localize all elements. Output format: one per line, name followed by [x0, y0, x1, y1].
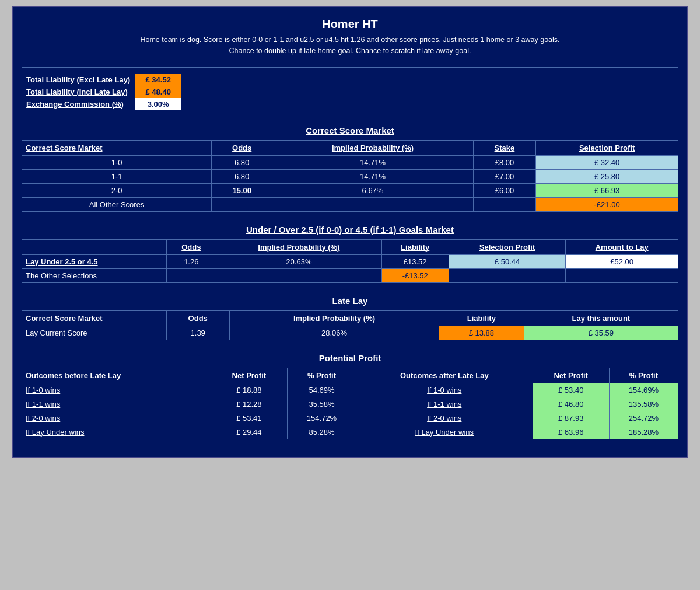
- summary-table: Total Liability (Excl Late Lay) £ 34.52 …: [22, 74, 181, 110]
- goals-market-table: Odds Implied Probability (%) Liability S…: [22, 239, 678, 283]
- pp-after-pct-3: 185.28%: [609, 425, 678, 439]
- main-container: Homer HT Home team is dog. Score is eith…: [12, 6, 688, 458]
- cs-row-0: 1-0 6.80 14.71% £8.00 £ 32.40: [22, 155, 678, 169]
- correct-score-section-title: Correct Score Market: [22, 118, 678, 140]
- ll-header-1: Odds: [166, 310, 229, 326]
- late-lay-table: Correct Score Market Odds Implied Probab…: [22, 310, 678, 340]
- cs-prob-3: [272, 197, 474, 211]
- ll-name-0: Lay Current Score: [22, 326, 167, 340]
- ll-header-4: Lay this amount: [524, 310, 678, 326]
- cs-odds-2: 15.00: [212, 183, 272, 197]
- cs-header-1: Odds: [212, 140, 272, 155]
- pp-header-after-0: Outcomes after Late Lay: [356, 368, 533, 383]
- cs-stake-3: [473, 197, 536, 211]
- gm-header-3: Liability: [382, 239, 449, 254]
- cs-score-0: 1-0: [22, 155, 212, 169]
- ll-prob-0: 28.06%: [229, 326, 439, 340]
- gm-prob-1: [216, 268, 382, 282]
- pp-before-net-3: £ 29.44: [211, 425, 287, 439]
- correct-score-table: Correct Score Market Odds Implied Probab…: [22, 140, 678, 212]
- gm-header-4: Selection Profit: [449, 239, 566, 254]
- cs-header-3: Stake: [473, 140, 536, 155]
- summary-label-2: Exchange Commission (%): [22, 98, 135, 110]
- pp-row-2: If 2-0 wins £ 53.41 154.72% If 2-0 wins …: [22, 411, 678, 425]
- cs-odds-1: 6.80: [212, 169, 272, 183]
- gm-header-0: [22, 239, 167, 254]
- potential-profit-section-title: Potential Profit: [22, 346, 678, 368]
- divider-1: [22, 67, 678, 68]
- page-title: Homer HT: [22, 13, 678, 34]
- pp-before-net-0: £ 18.88: [211, 383, 287, 397]
- cs-odds-3: [212, 197, 272, 211]
- ll-lay-0: £ 35.59: [524, 326, 678, 340]
- pp-before-name-0: If 1-0 wins: [22, 383, 211, 397]
- ll-header-3: Liability: [439, 310, 524, 326]
- ll-header-2: Implied Probability (%): [229, 310, 439, 326]
- gm-row-1: The Other Selections -£13.52: [22, 268, 678, 282]
- gm-lay-1: [566, 268, 678, 282]
- pp-header-before-0: Outcomes before Late Lay: [22, 368, 211, 383]
- cs-score-1: 1-1: [22, 169, 212, 183]
- ll-header-0: Correct Score Market: [22, 310, 167, 326]
- pp-header-after-1: Net Profit: [533, 368, 609, 383]
- ll-row-0: Lay Current Score 1.39 28.06% £ 13.88 £ …: [22, 326, 678, 340]
- gm-header-2: Implied Probability (%): [216, 239, 382, 254]
- cs-header-2: Implied Probability (%): [272, 140, 474, 155]
- pp-before-pct-2: 154.72%: [287, 411, 356, 425]
- pp-header-after-2: % Profit: [609, 368, 678, 383]
- cs-header-0: Correct Score Market: [22, 140, 212, 155]
- summary-value-0: £ 34.52: [135, 74, 181, 86]
- gm-odds-1: [166, 268, 216, 282]
- cs-header-4: Selection Profit: [536, 140, 678, 155]
- pp-before-name-2: If 2-0 wins: [22, 411, 211, 425]
- pp-before-pct-3: 85.28%: [287, 425, 356, 439]
- cs-profit-0: £ 32.40: [536, 155, 678, 169]
- pp-row-0: If 1-0 wins £ 18.88 54.69% If 1-0 wins £…: [22, 383, 678, 397]
- ll-liability-0: £ 13.88: [439, 326, 524, 340]
- pp-after-name-1: If 1-1 wins: [356, 397, 533, 411]
- pp-before-net-1: £ 12.28: [211, 397, 287, 411]
- cs-score-2: 2-0: [22, 183, 212, 197]
- pp-after-pct-0: 154.69%: [609, 383, 678, 397]
- gm-header-1: Odds: [166, 239, 216, 254]
- cs-stake-0: £8.00: [473, 155, 536, 169]
- pp-before-name-3: If Lay Under wins: [22, 425, 211, 439]
- cs-prob-0: 14.71%: [272, 155, 474, 169]
- pp-before-net-2: £ 53.41: [211, 411, 287, 425]
- gm-odds-0: 1.26: [166, 254, 216, 268]
- pp-after-net-0: £ 53.40: [533, 383, 609, 397]
- pp-before-pct-0: 54.69%: [287, 383, 356, 397]
- cs-stake-2: £6.00: [473, 183, 536, 197]
- gm-liability-0: £13.52: [382, 254, 449, 268]
- pp-header-before-1: Net Profit: [211, 368, 287, 383]
- pp-after-name-0: If 1-0 wins: [356, 383, 533, 397]
- gm-prob-0: 20.63%: [216, 254, 382, 268]
- pp-after-net-2: £ 87.93: [533, 411, 609, 425]
- cs-row-2: 2-0 15.00 6.67% £6.00 £ 66.93: [22, 183, 678, 197]
- pp-before-pct-1: 35.58%: [287, 397, 356, 411]
- pp-after-net-1: £ 46.80: [533, 397, 609, 411]
- gm-liability-1: -£13.52: [382, 268, 449, 282]
- potential-profit-table: Outcomes before Late Lay Net Profit % Pr…: [22, 368, 678, 439]
- gm-header-5: Amount to Lay: [566, 239, 678, 254]
- cs-stake-1: £7.00: [473, 169, 536, 183]
- pp-after-pct-1: 135.58%: [609, 397, 678, 411]
- gm-row-0: Lay Under 2.5 or 4.5 1.26 20.63% £13.52 …: [22, 254, 678, 268]
- goals-market-section-title: Under / Over 2.5 (if 0-0) or 4.5 (if 1-1…: [22, 218, 678, 239]
- gm-profit-1: [449, 268, 566, 282]
- pp-after-pct-2: 254.72%: [609, 411, 678, 425]
- cs-prob-1: 14.71%: [272, 169, 474, 183]
- summary-label-0: Total Liability (Excl Late Lay): [22, 74, 135, 86]
- pp-after-net-3: £ 63.96: [533, 425, 609, 439]
- pp-header-before-2: % Profit: [287, 368, 356, 383]
- summary-value-1: £ 48.40: [135, 86, 181, 98]
- summary-value-2: 3.00%: [135, 98, 181, 110]
- page-subtitle: Home team is dog. Score is either 0-0 or…: [22, 34, 678, 64]
- cs-profit-2: £ 66.93: [536, 183, 678, 197]
- ll-odds-0: 1.39: [166, 326, 229, 340]
- pp-before-name-1: If 1-1 wins: [22, 397, 211, 411]
- summary-label-1: Total Liability (Incl Late Lay): [22, 86, 135, 98]
- cs-profit-3: -£21.00: [536, 197, 678, 211]
- gm-name-0: Lay Under 2.5 or 4.5: [22, 254, 167, 268]
- late-lay-section-title: Late Lay: [22, 289, 678, 310]
